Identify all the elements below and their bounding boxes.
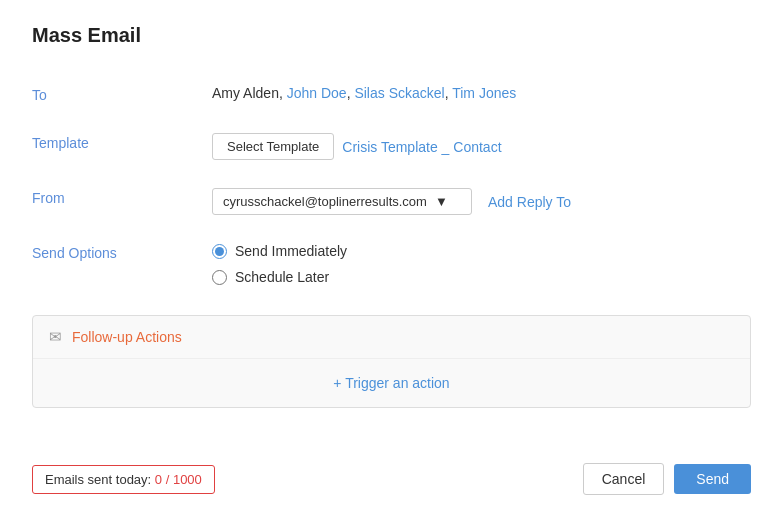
schedule-later-option[interactable]: Schedule Later bbox=[212, 269, 347, 285]
send-options-content: Send Immediately Schedule Later bbox=[212, 243, 751, 285]
to-recipients: Amy Alden, John Doe, Silas Sckackel, Tim… bbox=[212, 85, 516, 101]
followup-header: ✉ Follow-up Actions bbox=[33, 316, 750, 359]
from-email-dropdown[interactable]: cyrusschackel@toplinerresults.com ▼ bbox=[212, 188, 472, 215]
footer-area: Emails sent today: 0 / 1000 Cancel Send bbox=[32, 439, 751, 495]
to-label: To bbox=[32, 85, 212, 103]
form-section: To Amy Alden, John Doe, Silas Sckackel, … bbox=[32, 71, 751, 299]
send-options-col: Send Immediately Schedule Later bbox=[212, 243, 347, 285]
send-options-label: Send Options bbox=[32, 243, 212, 261]
followup-body: + Trigger an action bbox=[33, 359, 750, 407]
schedule-later-radio[interactable] bbox=[212, 270, 227, 285]
schedule-later-label: Schedule Later bbox=[235, 269, 329, 285]
from-content: cyrusschackel@toplinerresults.com ▼ Add … bbox=[212, 188, 751, 215]
send-immediately-label: Send Immediately bbox=[235, 243, 347, 259]
to-row: To Amy Alden, John Doe, Silas Sckackel, … bbox=[32, 71, 751, 119]
select-template-button[interactable]: Select Template bbox=[212, 133, 334, 160]
from-row: From cyrusschackel@toplinerresults.com ▼… bbox=[32, 174, 751, 229]
template-content: Select Template Crisis Template _ Contac… bbox=[212, 133, 751, 160]
add-reply-to-link[interactable]: Add Reply To bbox=[488, 194, 571, 210]
send-button[interactable]: Send bbox=[674, 464, 751, 494]
recipient-tim[interactable]: Tim Jones bbox=[452, 85, 516, 101]
cancel-button[interactable]: Cancel bbox=[583, 463, 665, 495]
send-immediately-radio[interactable] bbox=[212, 244, 227, 259]
template-label: Template bbox=[32, 133, 212, 151]
envelope-icon: ✉ bbox=[49, 328, 62, 346]
page-container: Mass Email To Amy Alden, John Doe, Silas… bbox=[0, 0, 783, 515]
recipient-john-doe[interactable]: John Doe bbox=[287, 85, 347, 101]
send-immediately-option[interactable]: Send Immediately bbox=[212, 243, 347, 259]
from-label: From bbox=[32, 188, 212, 206]
trigger-action-link[interactable]: + Trigger an action bbox=[333, 375, 449, 391]
template-name-link[interactable]: Crisis Template _ Contact bbox=[342, 139, 501, 155]
footer-buttons: Cancel Send bbox=[583, 463, 751, 495]
page-title: Mass Email bbox=[32, 24, 751, 47]
emails-sent-count: 0 / 1000 bbox=[155, 472, 202, 487]
emails-sent-box: Emails sent today: 0 / 1000 bbox=[32, 465, 215, 494]
dropdown-arrow-icon: ▼ bbox=[435, 194, 461, 209]
emails-sent-label: Emails sent today: bbox=[45, 472, 151, 487]
template-row: Template Select Template Crisis Template… bbox=[32, 119, 751, 174]
recipient-silas[interactable]: Silas Sckackel bbox=[354, 85, 444, 101]
to-content: Amy Alden, John Doe, Silas Sckackel, Tim… bbox=[212, 85, 751, 101]
from-email-value: cyrusschackel@toplinerresults.com bbox=[223, 194, 427, 209]
send-options-row: Send Options Send Immediately Schedule L… bbox=[32, 229, 751, 299]
followup-section: ✉ Follow-up Actions + Trigger an action bbox=[32, 315, 751, 408]
followup-title: Follow-up Actions bbox=[72, 329, 182, 345]
